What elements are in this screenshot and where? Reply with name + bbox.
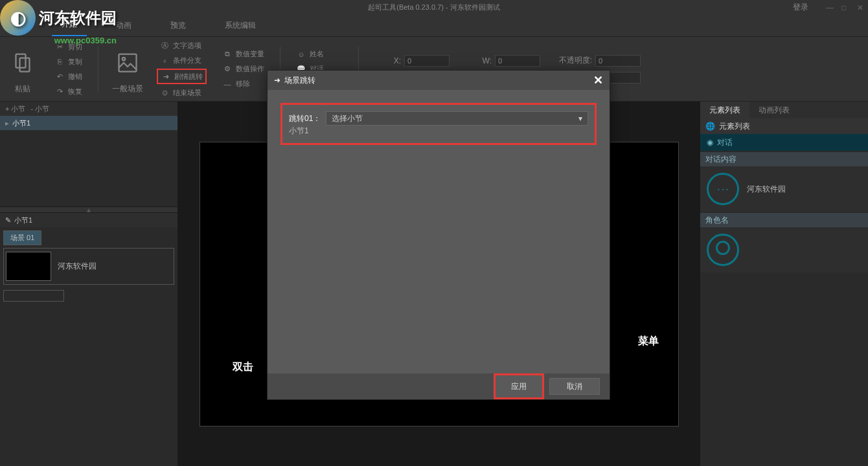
dialog-titlebar: ➜ 场景跳转 ✕ xyxy=(268,71,610,90)
stop-icon: ⊙ xyxy=(159,87,170,98)
text-icon: Ⓐ xyxy=(159,40,170,50)
canvas-text-2: 菜单 xyxy=(638,335,659,348)
name-button[interactable]: ☺姓名 xyxy=(293,48,326,61)
dialog-body: 跳转01： 选择小节 ▾ 小节1 xyxy=(268,90,610,373)
undo-button[interactable]: ↶撤销 xyxy=(52,70,85,83)
menu-tab-animation[interactable]: 动画 xyxy=(106,15,141,36)
minus-icon: — xyxy=(222,79,233,89)
tree-item-section1[interactable]: ▸ 小节1 xyxy=(0,116,177,130)
num-var-button[interactable]: ⧉数值变量 xyxy=(220,48,267,61)
scene-item[interactable]: 河东软件园 xyxy=(3,248,174,285)
scene-jump-dialog: ➜ 场景跳转 ✕ 跳转01： 选择小节 ▾ 小节1 应用 取消 xyxy=(267,70,610,400)
current-section-label: - 小节 xyxy=(30,104,49,114)
end-scene-button[interactable]: ⊙结束场景 xyxy=(157,86,204,99)
menu-tab-preview[interactable]: 预览 xyxy=(161,15,196,36)
section-select[interactable]: 选择小节 ▾ xyxy=(326,111,588,126)
redo-button[interactable]: ↷恢复 xyxy=(52,85,85,98)
maximize-icon[interactable]: □ xyxy=(841,3,849,11)
op-icon: ⚙ xyxy=(222,64,233,74)
opacity-input[interactable] xyxy=(595,55,641,67)
copy-button[interactable]: ⎘复制 xyxy=(52,55,85,68)
svg-point-3 xyxy=(122,58,126,61)
scene-jump-button[interactable]: ➜剧情跳转 xyxy=(157,69,207,84)
redo-icon: ↷ xyxy=(54,86,65,96)
cut-button[interactable]: ✂剪切 xyxy=(52,40,85,53)
svg-rect-2 xyxy=(119,54,137,72)
tab-animation-list[interactable]: 动画列表 xyxy=(749,102,799,118)
tree-item-label: 小节1 xyxy=(12,118,30,128)
scene-tab[interactable]: 场景 01 xyxy=(3,230,41,245)
role-name-row[interactable] xyxy=(700,227,868,272)
avatar-icon xyxy=(707,234,739,266)
cut-icon: ✂ xyxy=(54,41,65,52)
panel-divider[interactable]: ▴ xyxy=(0,206,177,213)
undo-icon: ↶ xyxy=(54,71,65,82)
dropdown-option-section1[interactable]: 小节1 xyxy=(289,126,588,137)
svg-rect-1 xyxy=(20,58,30,72)
pencil-icon: ✎ xyxy=(5,216,11,225)
image-icon xyxy=(116,51,139,74)
titlebar: 起司工具(Beta 0.23.0.7) - 河东软件园测试 登录 — □ ✕ xyxy=(0,0,868,14)
menu-tab-system[interactable]: 系统编辑 xyxy=(215,15,266,36)
chevron-right-icon: ▸ xyxy=(5,119,9,128)
dialog-element-header[interactable]: ◉ 对话 xyxy=(700,134,868,151)
tab-element-list[interactable]: 元素列表 xyxy=(700,102,749,118)
scene-button[interactable] xyxy=(111,43,144,82)
condition-button[interactable]: ⬨条件分支 xyxy=(157,54,204,67)
scene-section-header: ✎ 小节1 xyxy=(0,213,177,227)
paste-label: 粘贴 xyxy=(15,83,30,94)
element-list-title: 🌐 元素列表 xyxy=(700,118,868,134)
ribbon-separator xyxy=(98,47,98,92)
scene-list: 场景 01 河东软件园 xyxy=(0,227,177,466)
remove-button[interactable]: —移除 xyxy=(220,78,253,91)
speech-bubble-icon: ⋯ xyxy=(707,173,739,205)
globe-icon: 🌐 xyxy=(705,122,715,131)
close-icon[interactable]: ✕ xyxy=(857,3,865,11)
add-section-button[interactable]: + 小节 xyxy=(5,104,25,114)
chevron-down-icon: ▾ xyxy=(578,114,582,123)
radio-icon: ◉ xyxy=(707,138,713,147)
role-name-header: 角色名 xyxy=(700,213,868,227)
canvas-text-1: 双击 xyxy=(233,361,253,374)
arrow-icon: ➜ xyxy=(274,76,280,85)
cancel-button[interactable]: 取消 xyxy=(549,378,600,395)
text-option-button[interactable]: Ⓐ文字选项 xyxy=(157,39,204,52)
new-scene-button[interactable] xyxy=(3,290,64,302)
section-tree: ▸ 小节1 xyxy=(0,116,177,206)
minimize-icon[interactable]: — xyxy=(826,3,834,11)
var-icon: ⧉ xyxy=(222,49,233,60)
scene-name: 河东软件园 xyxy=(58,261,97,272)
num-op-button[interactable]: ⚙数值操作 xyxy=(220,63,267,76)
w-input[interactable] xyxy=(495,55,540,67)
breadcrumb: + 小节 - 小节 xyxy=(0,102,177,116)
dialog-content-header: 对话内容 xyxy=(700,152,868,166)
scene-thumbnail xyxy=(6,252,51,281)
section-name: 小节1 xyxy=(14,216,32,225)
w-label: W: xyxy=(463,56,492,65)
window-title: 起司工具(Beta 0.23.0.7) - 河东软件园测试 xyxy=(368,3,500,12)
field-highlight: 跳转01： 选择小节 ▾ 小节1 xyxy=(280,103,597,145)
person-icon: ☺ xyxy=(296,49,306,60)
branch-icon: ⬨ xyxy=(159,55,170,65)
copy-icon: ⎘ xyxy=(54,56,65,67)
apply-button[interactable]: 应用 xyxy=(494,373,544,399)
svg-rect-0 xyxy=(16,54,26,68)
left-panel: + 小节 - 小节 ▸ 小节1 ▴ ✎ 小节1 场景 01 河东软件园 xyxy=(0,102,178,466)
dialog-title: 场景跳转 xyxy=(284,75,315,86)
login-link[interactable]: 登录 xyxy=(793,2,808,13)
dialog-close-button[interactable]: ✕ xyxy=(593,73,603,87)
jump-field-label: 跳转01： xyxy=(289,113,321,124)
right-panel: 元素列表 动画列表 🌐 元素列表 ◉ 对话 对话内容 ⋯ 河东软件园 角色名 xyxy=(700,102,868,466)
dialog-content-value: 河东软件园 xyxy=(747,184,786,195)
x-label: X: xyxy=(372,56,401,65)
paste-button[interactable] xyxy=(6,43,39,82)
x-input[interactable] xyxy=(404,55,450,67)
menubar: 开始 动画 预览 系统编辑 xyxy=(0,14,868,37)
opacity-label: 不透明度: xyxy=(553,55,592,66)
menu-tab-start[interactable]: 开始 xyxy=(52,14,87,36)
arrow-right-icon: ➜ xyxy=(161,71,171,82)
dialog-footer: 应用 取消 xyxy=(268,373,610,399)
dialog-content-row[interactable]: ⋯ 河东软件园 xyxy=(700,166,868,212)
select-placeholder: 选择小节 xyxy=(332,113,363,124)
scene-label: 一般场景 xyxy=(112,83,143,94)
